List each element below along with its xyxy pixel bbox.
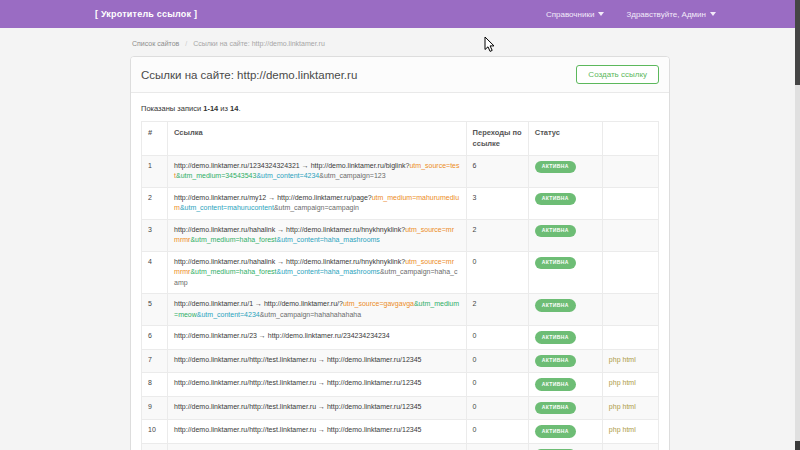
table-row: 1http://demo.linktamer.ru/1234324324321 … (142, 155, 659, 187)
link-url[interactable]: http://demo.linktamer.ru/1 → http://demo… (174, 299, 460, 320)
status-cell: АКТИВНА (528, 219, 602, 251)
row-number: 10 (142, 420, 168, 444)
link-tags[interactable]: php html (609, 379, 636, 386)
breadcrumb-current: Ссылки на сайте: http://demo.linktamer.r… (193, 40, 325, 47)
grid-summary: Показаны записи 1-14 из 14. (141, 104, 659, 113)
clicks-count: 0 (466, 420, 528, 444)
tags-cell (602, 443, 658, 450)
row-number: 8 (142, 373, 168, 397)
tags-cell: php html (602, 396, 658, 420)
clicks-count: 2 (466, 219, 528, 251)
table-row: 5http://demo.linktamer.ru/1 → http://dem… (142, 294, 659, 326)
status-cell: АКТИВНА (528, 326, 602, 350)
url-text: http://demo.linktamer.ru/1 → http://demo… (174, 300, 343, 307)
link-url[interactable]: http://demo.linktamer.ru/http://test.lin… (174, 355, 460, 366)
breadcrumb-sites-link[interactable]: Список сайтов (132, 40, 179, 47)
table-row: 9http://demo.linktamer.ru/http://test.li… (142, 396, 659, 420)
column-header-1[interactable]: Ссылка (168, 122, 467, 156)
table-row: 2http://demo.linktamer.ru/my12 → http://… (142, 187, 659, 219)
link-tags[interactable]: php html (609, 356, 636, 363)
table-row: 7http://demo.linktamer.ru/http://test.li… (142, 349, 659, 373)
url-text: http://demo.linktamer.ru/http://test.lin… (174, 356, 421, 363)
nav-item-directories[interactable]: Справочники (546, 10, 604, 19)
link-url[interactable]: http://demo.linktamer.ru/my12 → http://d… (174, 193, 460, 214)
row-number: 6 (142, 326, 168, 350)
url-text: http://demo.linktamer.ru/hahalink → http… (174, 258, 405, 265)
link-cell: http://demo.linktamer.ru/23 → http://dem… (168, 326, 467, 350)
tags-cell (602, 155, 658, 187)
status-badge: АКТИВНА (535, 225, 576, 238)
link-tags[interactable]: php html (609, 426, 636, 433)
table-row: 11http://demo.linktamer.ru/5 → http://de… (142, 443, 659, 450)
summary-text: . (238, 104, 240, 113)
links-table: #СсылкаПереходы по ссылкеСтатус 1http://… (141, 121, 659, 450)
link-cell: http://demo.linktamer.ru/1 → http://demo… (168, 294, 467, 326)
utm-param: utm_source=gavgavga (343, 300, 414, 307)
clicks-count: 6 (466, 155, 528, 187)
table-row: 8http://demo.linktamer.ru/http://test.li… (142, 373, 659, 397)
status-badge: АКТИВНА (535, 402, 576, 415)
status-badge: АКТИВНА (535, 331, 576, 344)
column-header-2[interactable]: Переходы по ссылке (466, 122, 528, 156)
link-url[interactable]: http://demo.linktamer.ru/hahalink → http… (174, 225, 460, 246)
nav-item-label: Здравствуйте, Админ (626, 10, 706, 19)
column-header-0: # (142, 122, 168, 156)
status-cell: АКТИВНА (528, 396, 602, 420)
page-title: Ссылки на сайте: http://demo.linktamer.r… (141, 69, 357, 81)
brand-link[interactable]: [ Укротитель ссылок ] (95, 9, 197, 19)
link-url[interactable]: http://demo.linktamer.ru/23 → http://dem… (174, 331, 460, 342)
row-number: 11 (142, 443, 168, 450)
status-cell: АКТИВНА (528, 294, 602, 326)
row-number: 3 (142, 219, 168, 251)
summary-text: Показаны записи (141, 104, 203, 113)
scrollbar-track[interactable] (795, 0, 800, 450)
panel-header: Ссылки на сайте: http://demo.linktamer.r… (131, 57, 669, 93)
row-number: 1 (142, 155, 168, 187)
scrollbar-thumb[interactable] (795, 0, 800, 85)
row-number: 9 (142, 396, 168, 420)
link-cell: http://demo.linktamer.ru/http://test.lin… (168, 420, 467, 444)
link-cell: http://demo.linktamer.ru/5 → http://demo… (168, 443, 467, 450)
table-header-row: #СсылкаПереходы по ссылкеСтатус (142, 122, 659, 156)
link-url[interactable]: http://demo.linktamer.ru/http://test.lin… (174, 402, 460, 413)
status-badge: АКТИВНА (535, 299, 576, 312)
summary-range: 1-14 (203, 104, 218, 113)
link-url[interactable]: http://demo.linktamer.ru/hahalink → http… (174, 257, 460, 289)
link-cell: http://demo.linktamer.ru/http://test.lin… (168, 373, 467, 397)
table-row: 10http://demo.linktamer.ru/http://test.l… (142, 420, 659, 444)
status-badge: АКТИВНА (535, 193, 576, 206)
caret-down-icon (598, 12, 604, 16)
column-header-3[interactable]: Статус (528, 122, 602, 156)
status-cell: АКТИВНА (528, 349, 602, 373)
utm-param: &utm_content=haha_mashrooms (277, 236, 380, 243)
nav-item-user[interactable]: Здравствуйте, Админ (626, 10, 716, 19)
link-cell: http://demo.linktamer.ru/my12 → http://d… (168, 187, 467, 219)
caret-down-icon (710, 12, 716, 16)
link-tags[interactable]: php html (609, 403, 636, 410)
link-url[interactable]: http://demo.linktamer.ru/http://test.lin… (174, 378, 460, 389)
clicks-count: 1 (466, 443, 528, 450)
link-url[interactable]: http://demo.linktamer.ru/1234324324321 →… (174, 161, 460, 182)
tags-cell: php html (602, 420, 658, 444)
tags-cell: php html (602, 373, 658, 397)
link-url[interactable]: http://demo.linktamer.ru/http://test.lin… (174, 425, 460, 436)
link-cell: http://demo.linktamer.ru/http://test.lin… (168, 349, 467, 373)
utm-param: &utm_medium=haha_forest (190, 268, 276, 275)
scrollbar-down-button[interactable] (795, 441, 800, 450)
url-text: http://demo.linktamer.ru/http://test.lin… (174, 379, 421, 386)
table-row: 6http://demo.linktamer.ru/23 → http://de… (142, 326, 659, 350)
clicks-count: 0 (466, 373, 528, 397)
row-number: 4 (142, 251, 168, 294)
status-badge: АКТИВНА (535, 161, 576, 174)
row-number: 5 (142, 294, 168, 326)
navbar: [ Укротитель ссылок ] Справочники Здравс… (0, 0, 800, 28)
row-number: 7 (142, 349, 168, 373)
mouse-cursor (484, 36, 496, 54)
utm-param: &utm_content=mahurucontent (180, 204, 274, 211)
status-badge: АКТИВНА (535, 355, 576, 368)
utm-param: &utm_content=4234 (197, 311, 260, 318)
status-badge: АКТИВНА (535, 257, 576, 270)
panel-body: Показаны записи 1-14 из 14. #СсылкаПерех… (131, 93, 669, 450)
utm-param: &utm_medium=34543543 (176, 172, 256, 179)
create-link-button[interactable]: Создать ссылку (576, 65, 659, 84)
